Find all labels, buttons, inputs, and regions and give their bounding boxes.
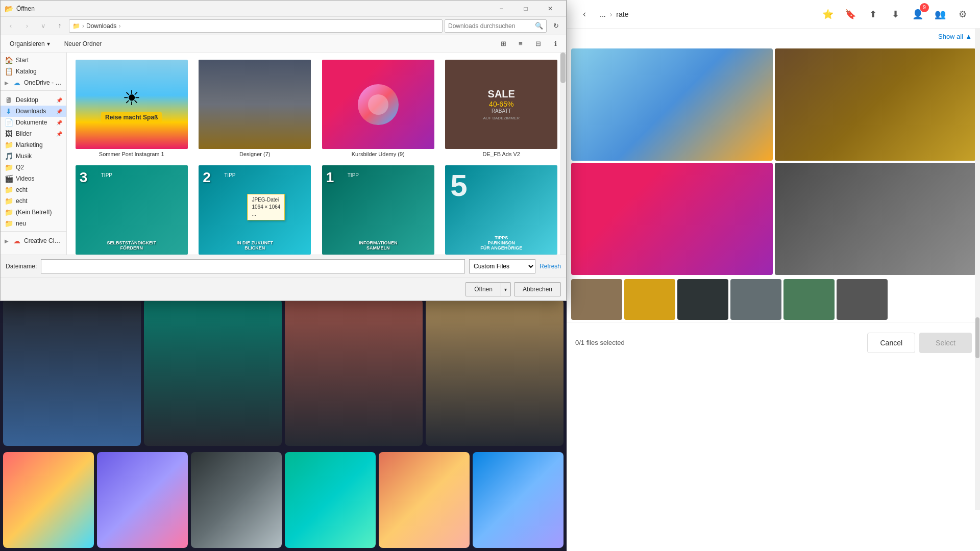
app-header-actions: ⭐ 🔖 ⬆ ⬇ 👤 9 👥 ⚙ — [819, 5, 972, 23]
sidebar-downloads-label: Downloads — [16, 108, 46, 115]
share-button[interactable]: ⬆ — [864, 5, 882, 23]
sidebar-item-videos[interactable]: 🎬 Videos — [1, 173, 66, 184]
file-item-5[interactable]: 3 TIPP SELBSTSTÄNDIGKEITFÖRDERN 34107473… — [71, 162, 192, 255]
file-thumb-3 — [322, 60, 434, 149]
file-item-7[interactable]: 1 TIPP INFORMATIONENSAMMELN 341098105_25… — [317, 162, 439, 255]
minimize-button[interactable]: − — [489, 1, 513, 17]
sidebar-marketing-label: Marketing — [16, 141, 43, 148]
bottom-thumb-5[interactable] — [783, 279, 835, 320]
bottom-thumb-6[interactable] — [837, 279, 888, 320]
sidebar-dokumente-label: Dokumente — [16, 119, 47, 126]
creative-cloud-chevron: ▶ — [5, 238, 9, 244]
view-large-icons-button[interactable]: ⊞ — [497, 37, 510, 51]
refresh-link[interactable]: Refresh — [540, 263, 561, 270]
view-options-button[interactable]: ⊟ — [531, 37, 545, 51]
app-footer: 0/1 files selected Cancel Select — [567, 322, 980, 363]
sidebar-item-creative-cloud[interactable]: ▶ ☁ Creative Cloud I... — [1, 235, 66, 246]
dialog-icon: 📂 — [5, 5, 13, 13]
file-item-3[interactable]: Kursbilder Udemy (9) — [317, 57, 439, 160]
refresh-nav-button[interactable]: ↻ — [549, 19, 563, 33]
cancel-button[interactable]: Abbrechen — [514, 282, 561, 296]
app-thumb-4[interactable] — [775, 163, 976, 275]
sidebar-item-start[interactable]: 🏠 Start — [1, 55, 66, 66]
bg-thumb-1 — [3, 452, 94, 548]
file-item-8[interactable]: 5 TIPPSPARKINSONFÜR ANGEHÖRIGE 341101321… — [441, 162, 562, 255]
sidebar-item-onedrive[interactable]: ▶ ☁ OneDrive - Pers... — [1, 77, 66, 88]
recent-button[interactable]: ∨ — [36, 19, 51, 33]
file-item-1[interactable]: ☀ Reise macht Spaß Sommer Post Instagram… — [71, 57, 192, 160]
bilder-pin: 📌 — [56, 131, 62, 137]
forward-button[interactable]: › — [20, 19, 34, 33]
organize-button[interactable]: Organisieren ▾ — [5, 37, 55, 51]
close-button[interactable]: ✕ — [538, 1, 562, 17]
filename-input[interactable] — [41, 259, 465, 273]
app-thumb-1[interactable] — [571, 48, 773, 161]
file-name-2: Designer (7) — [239, 151, 271, 157]
back-button[interactable]: ‹ — [4, 19, 18, 33]
right-scrollbar[interactable] — [975, 29, 980, 510]
file-item-4[interactable]: SALE 40-65% RABATT AUF BADEZIMMER DE_FB … — [441, 57, 562, 160]
sidebar-item-dokumente[interactable]: 📄 Dokumente 📌 — [1, 117, 66, 128]
sidebar-onedrive-label: OneDrive - Pers... — [24, 79, 62, 86]
info-button[interactable]: ℹ — [549, 37, 562, 51]
footer-select-button[interactable]: Select — [919, 333, 972, 353]
sidebar-item-musik[interactable]: 🎵 Musik — [1, 151, 66, 162]
people-button[interactable]: 👥 — [931, 5, 949, 23]
sidebar-item-desktop[interactable]: 🖥 Desktop 📌 — [1, 94, 66, 106]
sidebar-item-echt1[interactable]: 📁 echt — [1, 184, 66, 195]
download-button[interactable]: ⬇ — [886, 5, 904, 23]
sidebar-start-label: Start — [16, 57, 29, 64]
sidebar-item-neu[interactable]: 📁 neu — [1, 218, 66, 229]
bottom-thumb-1[interactable] — [571, 279, 622, 320]
tipp3-label: TIPP — [101, 172, 112, 178]
up-button[interactable]: ↑ — [53, 19, 67, 33]
app-thumb-2[interactable] — [775, 48, 976, 161]
file-item-2[interactable]: Designer (7) — [194, 57, 316, 160]
maximize-button[interactable]: □ — [514, 1, 537, 17]
bg-thumb-5 — [379, 452, 470, 548]
sidebar-item-keinbetreff[interactable]: 📁 (Kein Betreff) — [1, 207, 66, 218]
file-grid-scrollbar[interactable] — [560, 53, 566, 255]
show-all-chevron: ▲ — [965, 33, 972, 40]
app-back-button[interactable]: ‹ — [575, 5, 594, 23]
file-thumb-2 — [199, 60, 311, 149]
organize-toolbar: Organisieren ▾ Neuer Ordner ⊞ ≡ ⊟ ℹ — [1, 35, 566, 53]
search-icon: 🔍 — [535, 22, 543, 30]
badge-wrapper: 👤 9 — [909, 5, 927, 23]
file-thumb-1: ☀ Reise macht Spaß — [76, 60, 188, 149]
sidebar-item-bilder[interactable]: 🖼 Bilder 📌 — [1, 128, 66, 139]
search-input[interactable] — [448, 22, 533, 30]
file-name-3: Kursbilder Udemy (9) — [352, 151, 405, 157]
sidebar-desktop-label: Desktop — [16, 96, 38, 104]
footer-cancel-button[interactable]: Cancel — [867, 333, 915, 353]
bookmark-button[interactable]: 🔖 — [841, 5, 860, 23]
view-details-button[interactable]: ≡ — [514, 37, 527, 51]
onedrive-icon: ☁ — [13, 79, 21, 87]
organize-label: Organisieren — [10, 40, 45, 47]
sidebar-item-marketing[interactable]: 📁 Marketing — [1, 139, 66, 151]
sidebar-bilder-label: Bilder — [16, 130, 32, 137]
show-all-button[interactable]: Show all ▲ — [938, 33, 972, 40]
sidebar-item-q2[interactable]: 📁 Q2 — [1, 162, 66, 173]
file-item-6[interactable]: 2 TIPP IN DIE ZUKUNFTBLICKEN 341101321_8… — [194, 162, 316, 255]
sidebar-item-downloads[interactable]: ⬇ Downloads 📌 — [1, 106, 66, 117]
address-bar[interactable]: 📁 › Downloads › — [69, 19, 443, 33]
filetype-select[interactable]: Custom Files — [469, 259, 535, 273]
sidebar-item-katalog[interactable]: 📋 Katalog — [1, 66, 66, 77]
bg-thumb-10 — [426, 299, 564, 446]
sidebar-creative-cloud-label: Creative Cloud I... — [24, 237, 62, 244]
new-folder-button[interactable]: Neuer Ordner — [59, 37, 107, 51]
settings-button[interactable]: ⚙ — [953, 5, 972, 23]
open-button[interactable]: Öffnen — [465, 282, 501, 296]
app-thumb-3[interactable] — [571, 163, 773, 275]
file-grid-wrapper: ☀ Reise macht Spaß Sommer Post Instagram… — [67, 53, 566, 255]
notification-button[interactable]: ⭐ — [819, 5, 837, 23]
organize-chevron: ▾ — [47, 40, 50, 47]
onedrive-chevron: ▶ — [5, 80, 9, 86]
bottom-thumb-3[interactable] — [677, 279, 728, 320]
sidebar-item-echt2[interactable]: 📁 echt — [1, 195, 66, 207]
open-dropdown-button[interactable]: ▾ — [501, 282, 511, 296]
bottom-thumbs — [567, 277, 980, 322]
bottom-thumb-2[interactable] — [624, 279, 675, 320]
bottom-thumb-4[interactable] — [730, 279, 781, 320]
